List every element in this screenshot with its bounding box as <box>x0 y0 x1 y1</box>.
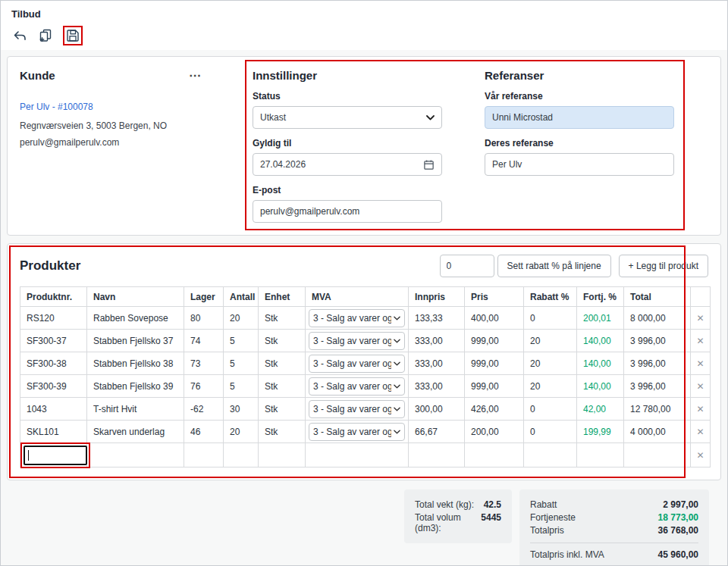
cell-lager: -62 <box>184 398 224 421</box>
column-enhet: Enhet <box>259 287 306 307</box>
mva-select[interactable]: 3 - Salg av varer og t <box>309 377 405 396</box>
cell-lager: 74 <box>184 330 224 352</box>
weight-volume-box: Total vekt (kg): 42.5 Total volum (dm3):… <box>404 489 512 543</box>
status-select[interactable]: Utkast <box>253 106 442 129</box>
mva-value: 3 - Salg av varer og t <box>313 336 391 346</box>
cell-rabatt: 0 <box>524 398 577 421</box>
remove-row-icon[interactable]: ✕ <box>691 352 711 375</box>
cell-mva: 3 - Salg av varer og t <box>306 421 409 443</box>
cell-enhet: Stk <box>259 375 306 398</box>
cell-navn: Stabben Fjellsko 37 <box>87 330 184 352</box>
remove-row-icon[interactable]: ✕ <box>691 375 711 398</box>
references-section: Referanser Vår referanse Unni Microstad … <box>485 69 674 223</box>
email-input[interactable]: perulv@gmailperulv.com <box>253 200 442 223</box>
column-productnr: Produktnr. <box>20 287 87 307</box>
settings-section: Innstillinger Status Utkast Gyldig til 2… <box>253 69 442 223</box>
cell-innpris: 300,00 <box>409 398 465 421</box>
content-area: Kunde ⋯ Per Ulv - #100078 Regnværsveien … <box>1 50 727 566</box>
fortjeneste-value: 18 773,00 <box>658 512 698 523</box>
mva-select[interactable]: 3 - Salg av varer og t <box>309 355 405 373</box>
chevron-down-icon <box>426 115 435 120</box>
cell-rabatt: 0 <box>524 421 577 443</box>
products-card: Produkter Sett rabatt % på linjene + Leg… <box>7 243 721 480</box>
copy-add-button[interactable] <box>37 27 54 44</box>
cell-total: 3 996,00 <box>624 330 691 352</box>
their-reference-value: Per Ulv <box>492 159 522 170</box>
price-totals-box: Rabatt 2 997,00 Fortjeneste 18 773,00 To… <box>519 489 709 566</box>
cell-fortj: 42,00 <box>577 398 624 421</box>
product-row: SF300-39 Stabben Fjellsko 39 76 5 Stk 3 … <box>20 375 711 398</box>
column-total: Total <box>624 287 691 307</box>
add-product-button[interactable]: + Legg til produkt <box>619 255 708 277</box>
remove-row-icon[interactable]: ✕ <box>691 421 711 443</box>
customer-heading: Kunde <box>20 69 55 82</box>
mva-select[interactable]: 3 - Salg av varer og t <box>309 423 405 441</box>
our-reference-input[interactable]: Unni Microstad <box>485 106 674 129</box>
cell-total: 12 780,00 <box>624 398 691 421</box>
mva-value: 3 - Salg av varer og t <box>313 358 391 369</box>
discount-percent-input[interactable] <box>440 255 494 277</box>
remove-row-icon[interactable]: ✕ <box>691 398 711 421</box>
cell-pris: 426,00 <box>465 398 524 421</box>
column-actions <box>691 287 711 307</box>
cell-navn: Skarven underlag <box>87 421 184 443</box>
new-product-row: ✕ <box>20 443 711 467</box>
cell-mva: 3 - Salg av varer og t <box>306 352 409 375</box>
fortjeneste-label: Fortjeneste <box>530 512 576 523</box>
product-row: RS120 Rabben Sovepose 80 20 Stk 3 - Salg… <box>20 307 711 330</box>
customer-address: Regnværsveien 3, 5003 Bergen, NO <box>20 120 236 131</box>
cell-rabatt: 20 <box>524 352 577 375</box>
cell-pris: 200,00 <box>465 421 524 443</box>
products-table: Produktnr. Navn Lager Antall Enhet MVA I… <box>20 286 711 467</box>
chevron-down-icon <box>394 384 400 389</box>
product-row: SF300-38 Stabben Fjellsko 38 73 5 Stk 3 … <box>20 352 711 375</box>
more-menu-button[interactable]: ⋯ <box>189 72 202 80</box>
mva-value: 3 - Salg av varer og t <box>313 381 391 392</box>
column-rabatt: Rabatt % <box>524 287 577 307</box>
column-fortj: Fortj. % <box>577 287 624 307</box>
cell-productnr: SF300-37 <box>20 330 87 352</box>
product-row: SF300-37 Stabben Fjellsko 37 74 5 Stk 3 … <box>20 330 711 352</box>
cell-navn: Rabben Sovepose <box>87 307 184 330</box>
cell-enhet: Stk <box>259 307 306 330</box>
remove-row-icon[interactable]: ✕ <box>691 443 711 467</box>
cell-fortj: 199,99 <box>577 421 624 443</box>
cell-total: 3 996,00 <box>624 352 691 375</box>
cell-total: 8 000,00 <box>624 307 691 330</box>
chevron-down-icon <box>394 407 400 411</box>
cell-enhet: Stk <box>259 330 306 352</box>
new-product-input[interactable] <box>24 446 87 465</box>
cell-fortj: 140,00 <box>577 330 624 352</box>
cell-lager: 73 <box>184 352 224 375</box>
valid-until-input[interactable]: 27.04.2026 <box>253 153 442 176</box>
weight-label: Total vekt (kg): <box>415 499 474 510</box>
products-table-header: Produktnr. Navn Lager Antall Enhet MVA I… <box>20 287 711 307</box>
products-heading: Produkter <box>20 258 80 274</box>
cell-mva: 3 - Salg av varer og t <box>306 307 409 330</box>
page-title: Tilbud <box>11 8 717 20</box>
new-product-cell <box>20 443 87 467</box>
column-pris: Pris <box>465 287 524 307</box>
save-button[interactable] <box>64 27 81 44</box>
mva-select[interactable]: 3 - Salg av varer og t <box>309 309 405 327</box>
mva-select[interactable]: 3 - Salg av varer og t <box>309 400 405 418</box>
undo-button[interactable] <box>11 27 28 44</box>
save-icon <box>65 28 80 43</box>
total-incl-mva-value: 45 960,00 <box>658 549 698 560</box>
remove-row-icon[interactable]: ✕ <box>691 330 711 352</box>
valid-until-value: 27.04.2026 <box>260 159 306 170</box>
chevron-down-icon <box>394 361 400 366</box>
their-reference-input[interactable]: Per Ulv <box>485 153 674 176</box>
cell-enhet: Stk <box>259 352 306 375</box>
email-label: E-post <box>253 185 442 195</box>
mva-select[interactable]: 3 - Salg av varer og t <box>309 332 405 350</box>
calendar-icon <box>423 159 435 170</box>
cell-innpris: 333,00 <box>409 352 465 375</box>
cell-lager: 76 <box>184 375 224 398</box>
set-discount-button[interactable]: Sett rabatt % på linjene <box>497 255 611 277</box>
cell-mva: 3 - Salg av varer og t <box>306 398 409 421</box>
remove-row-icon[interactable]: ✕ <box>691 307 711 330</box>
cell-rabatt: 20 <box>524 330 577 352</box>
customer-link[interactable]: Per Ulv - #100078 <box>20 102 236 112</box>
volume-value: 5445 <box>481 512 501 533</box>
